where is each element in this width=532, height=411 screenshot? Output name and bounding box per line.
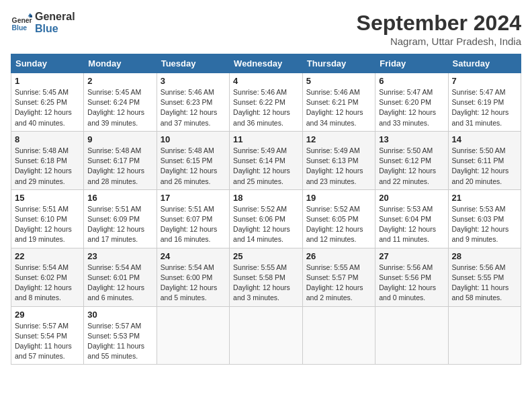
calendar-cell: 2Sunrise: 5:45 AM Sunset: 6:24 PM Daylig… (84, 73, 157, 132)
day-number: 8 (15, 134, 80, 144)
calendar-week-3: 15Sunrise: 5:51 AM Sunset: 6:10 PM Dayli… (11, 189, 521, 248)
calendar-cell: 10Sunrise: 5:48 AM Sunset: 6:15 PM Dayli… (157, 131, 229, 189)
calendar-cell: 5Sunrise: 5:46 AM Sunset: 6:21 PM Daylig… (302, 73, 375, 132)
day-number: 29 (15, 310, 80, 320)
calendar-week-4: 22Sunrise: 5:54 AM Sunset: 6:02 PM Dayli… (11, 248, 521, 306)
day-number: 3 (161, 76, 226, 86)
day-info: Sunrise: 5:56 AM Sunset: 5:56 PM Dayligh… (379, 263, 444, 304)
day-info: Sunrise: 5:54 AM Sunset: 6:02 PM Dayligh… (15, 263, 80, 304)
calendar-cell: 28Sunrise: 5:56 AM Sunset: 5:55 PM Dayli… (448, 248, 521, 306)
calendar-table: SundayMondayTuesdayWednesdayThursdayFrid… (11, 54, 521, 365)
day-info: Sunrise: 5:46 AM Sunset: 6:23 PM Dayligh… (161, 87, 226, 128)
calendar-cell: 18Sunrise: 5:52 AM Sunset: 6:06 PM Dayli… (230, 189, 303, 248)
calendar-cell: 13Sunrise: 5:50 AM Sunset: 6:12 PM Dayli… (375, 131, 448, 189)
svg-text:General: General (12, 17, 32, 24)
day-info: Sunrise: 5:53 AM Sunset: 6:03 PM Dayligh… (452, 204, 518, 245)
day-number: 7 (452, 76, 518, 86)
day-number: 25 (233, 251, 299, 261)
weekday-header-tuesday: Tuesday (157, 54, 229, 73)
calendar-cell: 12Sunrise: 5:49 AM Sunset: 6:13 PM Dayli… (302, 131, 375, 189)
day-info: Sunrise: 5:57 AM Sunset: 5:54 PM Dayligh… (15, 321, 80, 362)
day-number: 27 (379, 251, 444, 261)
day-info: Sunrise: 5:51 AM Sunset: 6:10 PM Dayligh… (15, 204, 80, 245)
day-info: Sunrise: 5:47 AM Sunset: 6:19 PM Dayligh… (452, 87, 518, 128)
calendar-cell (230, 306, 303, 365)
day-number: 26 (306, 251, 371, 261)
day-info: Sunrise: 5:57 AM Sunset: 5:53 PM Dayligh… (87, 321, 152, 362)
day-number: 22 (15, 251, 80, 261)
calendar-cell (375, 306, 448, 365)
weekday-header-friday: Friday (375, 54, 448, 73)
logo-text: General Blue (35, 11, 75, 34)
day-number: 28 (452, 251, 518, 261)
calendar-header-row: SundayMondayTuesdayWednesdayThursdayFrid… (11, 54, 521, 73)
day-info: Sunrise: 5:50 AM Sunset: 6:11 PM Dayligh… (452, 146, 518, 187)
calendar-cell: 20Sunrise: 5:53 AM Sunset: 6:04 PM Dayli… (375, 189, 448, 248)
day-number: 4 (233, 76, 299, 86)
calendar-cell: 29Sunrise: 5:57 AM Sunset: 5:54 PM Dayli… (11, 306, 84, 365)
calendar-cell: 14Sunrise: 5:50 AM Sunset: 6:11 PM Dayli… (448, 131, 521, 189)
day-info: Sunrise: 5:51 AM Sunset: 6:07 PM Dayligh… (161, 204, 226, 245)
day-number: 1 (15, 76, 80, 86)
day-info: Sunrise: 5:46 AM Sunset: 6:21 PM Dayligh… (306, 87, 371, 128)
day-number: 5 (306, 76, 371, 86)
day-number: 17 (161, 193, 226, 203)
day-number: 15 (15, 193, 80, 203)
calendar-cell: 7Sunrise: 5:47 AM Sunset: 6:19 PM Daylig… (448, 73, 521, 132)
day-number: 23 (87, 251, 152, 261)
calendar-cell: 26Sunrise: 5:55 AM Sunset: 5:57 PM Dayli… (302, 248, 375, 306)
calendar-cell: 25Sunrise: 5:55 AM Sunset: 5:58 PM Dayli… (230, 248, 303, 306)
calendar-cell (302, 306, 375, 365)
calendar-week-1: 1Sunrise: 5:45 AM Sunset: 6:25 PM Daylig… (11, 73, 521, 132)
day-info: Sunrise: 5:49 AM Sunset: 6:14 PM Dayligh… (233, 146, 299, 187)
day-info: Sunrise: 5:52 AM Sunset: 6:05 PM Dayligh… (306, 204, 371, 245)
day-number: 16 (87, 193, 152, 203)
day-info: Sunrise: 5:55 AM Sunset: 5:57 PM Dayligh… (306, 263, 371, 304)
header: General Blue General Blue September 2024… (11, 11, 521, 47)
day-info: Sunrise: 5:49 AM Sunset: 6:13 PM Dayligh… (306, 146, 371, 187)
day-number: 6 (379, 76, 444, 86)
calendar-cell: 15Sunrise: 5:51 AM Sunset: 6:10 PM Dayli… (11, 189, 84, 248)
calendar-body: 1Sunrise: 5:45 AM Sunset: 6:25 PM Daylig… (11, 73, 521, 365)
calendar-cell: 9Sunrise: 5:48 AM Sunset: 6:17 PM Daylig… (84, 131, 157, 189)
calendar-cell: 23Sunrise: 5:54 AM Sunset: 6:01 PM Dayli… (84, 248, 157, 306)
calendar-cell: 22Sunrise: 5:54 AM Sunset: 6:02 PM Dayli… (11, 248, 84, 306)
calendar-cell: 21Sunrise: 5:53 AM Sunset: 6:03 PM Dayli… (448, 189, 521, 248)
calendar-cell: 16Sunrise: 5:51 AM Sunset: 6:09 PM Dayli… (84, 189, 157, 248)
calendar-cell: 27Sunrise: 5:56 AM Sunset: 5:56 PM Dayli… (375, 248, 448, 306)
day-number: 21 (452, 193, 518, 203)
day-info: Sunrise: 5:54 AM Sunset: 6:01 PM Dayligh… (87, 263, 152, 304)
day-info: Sunrise: 5:47 AM Sunset: 6:20 PM Dayligh… (379, 87, 444, 128)
calendar-week-5: 29Sunrise: 5:57 AM Sunset: 5:54 PM Dayli… (11, 306, 521, 365)
day-info: Sunrise: 5:55 AM Sunset: 5:58 PM Dayligh… (233, 263, 299, 304)
weekday-header-monday: Monday (84, 54, 157, 73)
svg-text:Blue: Blue (12, 24, 28, 32)
day-number: 13 (379, 134, 444, 144)
calendar-week-2: 8Sunrise: 5:48 AM Sunset: 6:18 PM Daylig… (11, 131, 521, 189)
calendar-cell: 8Sunrise: 5:48 AM Sunset: 6:18 PM Daylig… (11, 131, 84, 189)
calendar-cell: 30Sunrise: 5:57 AM Sunset: 5:53 PM Dayli… (84, 306, 157, 365)
logo-icon: General Blue (11, 12, 32, 34)
calendar-cell (157, 306, 229, 365)
day-info: Sunrise: 5:51 AM Sunset: 6:09 PM Dayligh… (87, 204, 152, 245)
day-number: 11 (233, 134, 299, 144)
day-number: 2 (87, 76, 152, 86)
month-title: September 2024 (357, 11, 521, 36)
day-number: 14 (452, 134, 518, 144)
calendar-cell: 11Sunrise: 5:49 AM Sunset: 6:14 PM Dayli… (230, 131, 303, 189)
calendar-cell: 1Sunrise: 5:45 AM Sunset: 6:25 PM Daylig… (11, 73, 84, 132)
calendar-cell: 4Sunrise: 5:46 AM Sunset: 6:22 PM Daylig… (230, 73, 303, 132)
day-info: Sunrise: 5:54 AM Sunset: 6:00 PM Dayligh… (161, 263, 226, 304)
day-number: 9 (87, 134, 152, 144)
day-number: 24 (161, 251, 226, 261)
weekday-header-saturday: Saturday (448, 54, 521, 73)
day-info: Sunrise: 5:48 AM Sunset: 6:18 PM Dayligh… (15, 146, 80, 187)
day-number: 30 (87, 310, 152, 320)
calendar-cell: 17Sunrise: 5:51 AM Sunset: 6:07 PM Dayli… (157, 189, 229, 248)
day-info: Sunrise: 5:45 AM Sunset: 6:25 PM Dayligh… (15, 87, 80, 128)
calendar-cell: 19Sunrise: 5:52 AM Sunset: 6:05 PM Dayli… (302, 189, 375, 248)
day-info: Sunrise: 5:52 AM Sunset: 6:06 PM Dayligh… (233, 204, 299, 245)
day-info: Sunrise: 5:56 AM Sunset: 5:55 PM Dayligh… (452, 263, 518, 304)
day-info: Sunrise: 5:46 AM Sunset: 6:22 PM Dayligh… (233, 87, 299, 128)
calendar-cell: 3Sunrise: 5:46 AM Sunset: 6:23 PM Daylig… (157, 73, 229, 132)
